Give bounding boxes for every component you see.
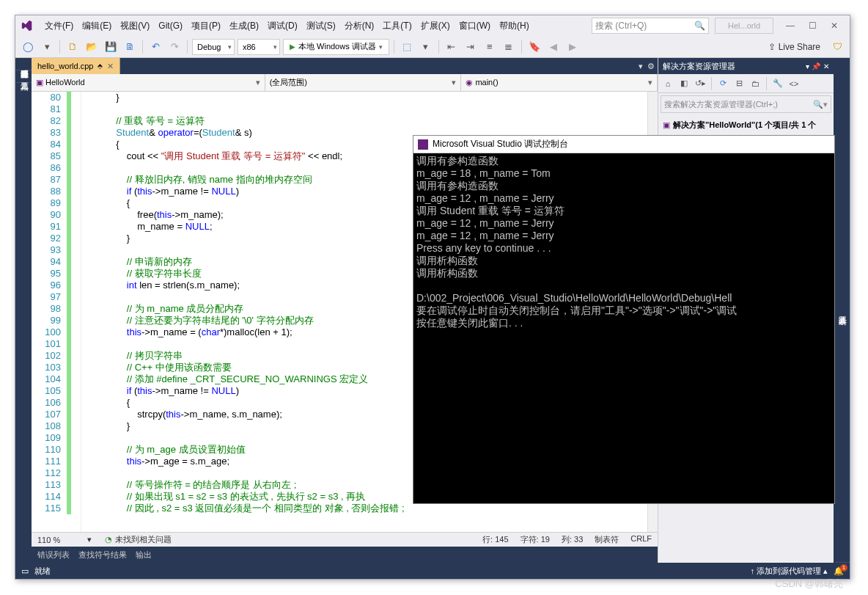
tb-indent-2[interactable]: ⇥ bbox=[463, 39, 479, 55]
menu-item[interactable]: 测试(S) bbox=[302, 18, 340, 34]
sol-sync-icon[interactable]: ↺▸ bbox=[694, 77, 707, 90]
tab-dropdown-icon[interactable]: ▾ bbox=[639, 62, 643, 71]
source-control-button[interactable]: ↑ 添加到源代码管理 ▴ bbox=[750, 566, 828, 577]
sol-properties-icon[interactable]: 🔧 bbox=[771, 77, 784, 90]
sol-refresh-icon[interactable]: ⟳ bbox=[716, 77, 729, 90]
debug-console-window: Microsoft Visual Studio 调试控制台 调用有参构造函数 m… bbox=[413, 135, 835, 504]
tb-misc-1[interactable]: ⬚ bbox=[399, 39, 415, 55]
solution-toolbar: ⌂ ◧ ↺▸ ⟳ ⊟ 🗀 🔧 <> bbox=[658, 74, 834, 93]
code-nav: ▣ HelloWorld▾ (全局范围)▾ ◉ main()▾ bbox=[32, 74, 658, 92]
status-line: 行: 145 bbox=[482, 534, 508, 545]
tree-solution-root[interactable]: ▣ 解决方案"HelloWorld"(1 个项目/共 1 个 bbox=[661, 118, 831, 132]
new-button[interactable]: 🗋 bbox=[65, 39, 81, 55]
bottom-tabs: 错误列表 查找符号结果 输出 bbox=[32, 547, 658, 563]
tb-bm-2[interactable]: ◀ bbox=[545, 39, 562, 55]
tb-comment-1[interactable]: ≡ bbox=[482, 39, 498, 55]
menu-item[interactable]: Git(G) bbox=[154, 18, 187, 34]
pin-icon[interactable]: ▾ 📌 bbox=[806, 62, 820, 70]
close-tab-icon[interactable]: ✕ bbox=[107, 62, 114, 71]
menu-item[interactable]: 项目(P) bbox=[187, 18, 225, 34]
console-titlebar[interactable]: Microsoft Visual Studio 调试控制台 bbox=[413, 136, 834, 153]
left-rail: 服务器资源管理器 工具箱 bbox=[15, 58, 32, 563]
window-title: Hel...orld bbox=[715, 18, 773, 34]
close-panel-icon[interactable]: ✕ bbox=[823, 62, 829, 70]
liveshare-icon: ⇪ bbox=[768, 42, 776, 52]
right-rail: 诊断工具 bbox=[834, 58, 850, 563]
tb-bm-3[interactable]: ▶ bbox=[564, 39, 581, 55]
rail-toolbox[interactable]: 工具箱 bbox=[15, 70, 32, 83]
menu-item[interactable]: 视图(V) bbox=[116, 18, 154, 34]
play-icon: ▶ bbox=[290, 43, 295, 51]
line-numbers: 8081828384858687888990919293949596979899… bbox=[32, 92, 67, 532]
nav-function[interactable]: ◉ main()▾ bbox=[461, 74, 658, 91]
menu-item[interactable]: 生成(B) bbox=[225, 18, 263, 34]
notifications-icon[interactable]: 🔔1 bbox=[834, 566, 844, 576]
tab-output[interactable]: 输出 bbox=[136, 550, 152, 561]
sol-home-icon[interactable]: ⌂ bbox=[661, 77, 674, 90]
sol-view-icon[interactable]: ◧ bbox=[677, 77, 691, 90]
nav-project[interactable]: ▣ HelloWorld▾ bbox=[32, 74, 265, 91]
sol-showall-icon[interactable]: 🗀 bbox=[749, 77, 762, 90]
gear-icon[interactable]: ⚙ bbox=[647, 62, 655, 71]
tab-errorlist[interactable]: 错误列表 bbox=[37, 550, 70, 561]
sol-preview-icon[interactable]: <> bbox=[787, 77, 801, 90]
console-output: 调用有参构造函数 m_age = 18 , m_name = Tom 调用有参构… bbox=[413, 153, 834, 503]
menu-item[interactable]: 帮助(H) bbox=[495, 18, 534, 34]
fold-column bbox=[71, 92, 81, 532]
watermark: CSDN @韩曙亮 bbox=[775, 577, 843, 591]
tb-comment-2[interactable]: ≣ bbox=[501, 39, 517, 55]
search-icon: 🔍▾ bbox=[813, 100, 828, 109]
output-icon[interactable]: ▭ bbox=[21, 566, 29, 576]
menu-item[interactable]: 扩展(X) bbox=[416, 18, 455, 34]
solution-tree[interactable]: ▣ 解决方案"HelloWorld"(1 个项目/共 1 个 bbox=[658, 115, 834, 135]
ok-icon: ◔ bbox=[105, 535, 112, 544]
solution-header: 解决方案资源管理器 ▾ 📌 ✕ bbox=[658, 58, 834, 74]
tab-findresults[interactable]: 查找符号结果 bbox=[78, 550, 127, 561]
platform-combo[interactable]: x86 bbox=[238, 39, 280, 55]
solution-icon: ▣ bbox=[663, 120, 670, 130]
menubar: 文件(F)编辑(E)视图(V)Git(G)项目(P)生成(B)调试(D)测试(S… bbox=[15, 15, 850, 36]
pin-icon[interactable]: ⬘ bbox=[98, 62, 103, 70]
search-placeholder: 搜索 (Ctrl+Q) bbox=[595, 20, 647, 32]
minimize-button[interactable]: — bbox=[779, 18, 801, 34]
menu-item[interactable]: 窗口(W) bbox=[455, 18, 495, 34]
status-col: 列: 33 bbox=[562, 534, 583, 545]
window-buttons: — ☐ ✕ bbox=[779, 18, 845, 34]
run-button[interactable]: ▶ 本地 Windows 调试器 ▾ bbox=[283, 39, 389, 55]
toolbar: ◯ ▾ 🗋 📂 💾 🗎 ↶ ↷ Debug x86 ▶ 本地 Windows 调… bbox=[15, 36, 850, 58]
forward-button[interactable]: ▾ bbox=[39, 39, 55, 55]
tab-hello-world[interactable]: hello_world.cpp ⬘ ✕ bbox=[32, 58, 120, 74]
redo-button[interactable]: ↷ bbox=[166, 39, 183, 55]
menu-item[interactable]: 编辑(E) bbox=[78, 18, 116, 34]
live-share-button[interactable]: ⇪ Live Share bbox=[762, 42, 826, 52]
vs-logo-icon bbox=[20, 19, 33, 32]
close-button[interactable]: ✕ bbox=[823, 18, 845, 34]
zoom-level[interactable]: 110 % bbox=[37, 536, 74, 544]
nav-scope[interactable]: (全局范围)▾ bbox=[265, 74, 462, 91]
save-button[interactable]: 💾 bbox=[103, 39, 119, 55]
status-tabs: 制表符 bbox=[595, 534, 619, 545]
save-all-button[interactable]: 🗎 bbox=[122, 39, 138, 55]
rail-server-explorer[interactable]: 服务器资源管理器 bbox=[15, 58, 32, 70]
menu-item[interactable]: 工具(T) bbox=[378, 18, 416, 34]
search-input[interactable]: 搜索 (Ctrl+Q) 🔍 bbox=[592, 18, 709, 34]
tb-bm-1[interactable]: 🔖 bbox=[526, 39, 542, 55]
rail-diagnostics[interactable]: 诊断工具 bbox=[836, 58, 850, 563]
tb-misc-2[interactable]: ▾ bbox=[418, 39, 434, 55]
status-ready: 就绪 bbox=[34, 566, 51, 577]
sol-collapse-icon[interactable]: ⊟ bbox=[732, 77, 746, 90]
undo-button[interactable]: ↶ bbox=[147, 39, 163, 55]
menu-item[interactable]: 文件(F) bbox=[40, 18, 78, 34]
open-button[interactable]: 📂 bbox=[84, 39, 100, 55]
console-icon bbox=[418, 139, 428, 150]
editor-statusbar: 110 % ▾ ◔未找到相关问题 行: 145 字符: 19 列: 33 制表符… bbox=[32, 532, 658, 547]
tb-indent-1[interactable]: ⇤ bbox=[444, 39, 460, 55]
search-icon: 🔍 bbox=[694, 21, 705, 31]
maximize-button[interactable]: ☐ bbox=[801, 18, 823, 34]
menu-item[interactable]: 分析(N) bbox=[340, 18, 379, 34]
solution-search[interactable]: 搜索解决方案资源管理器(Ctrl+;) 🔍▾ bbox=[661, 95, 831, 113]
back-button[interactable]: ◯ bbox=[20, 39, 36, 55]
status-char: 字符: 19 bbox=[521, 534, 550, 545]
config-combo[interactable]: Debug bbox=[192, 39, 235, 55]
menu-item[interactable]: 调试(D) bbox=[263, 18, 302, 34]
